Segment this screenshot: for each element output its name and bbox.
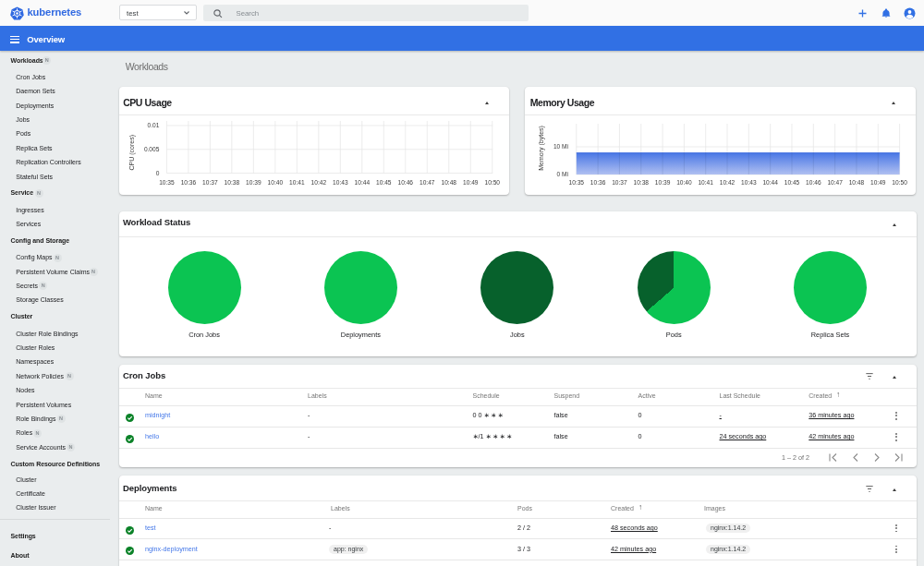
svg-text:10:44: 10:44 — [762, 179, 778, 186]
svg-text:0 Mi: 0 Mi — [557, 171, 569, 177]
svg-text:10 Mi: 10 Mi — [553, 143, 569, 150]
svg-text:10:41: 10:41 — [289, 179, 305, 186]
svg-text:10:48: 10:48 — [441, 179, 456, 186]
svg-text:10:43: 10:43 — [741, 179, 757, 186]
svg-text:10:44: 10:44 — [354, 179, 370, 186]
svg-text:10:40: 10:40 — [267, 179, 283, 186]
svg-text:10:42: 10:42 — [310, 179, 326, 186]
svg-text:CPU (cores): CPU (cores) — [128, 135, 136, 171]
svg-text:10:49: 10:49 — [870, 179, 886, 186]
svg-text:10:46: 10:46 — [397, 179, 413, 186]
svg-text:10:50: 10:50 — [484, 179, 500, 186]
svg-text:10:41: 10:41 — [698, 179, 713, 186]
svg-text:10:39: 10:39 — [655, 179, 671, 186]
svg-text:10:36: 10:36 — [590, 179, 606, 186]
svg-text:10:37: 10:37 — [202, 179, 218, 186]
svg-text:10:38: 10:38 — [224, 179, 239, 186]
svg-text:0.01: 0.01 — [147, 122, 159, 128]
svg-text:10:37: 10:37 — [612, 179, 627, 186]
svg-text:10:35: 10:35 — [569, 179, 585, 186]
svg-text:10:35: 10:35 — [159, 179, 175, 186]
svg-text:Memory (bytes): Memory (bytes) — [538, 126, 545, 171]
svg-text:10:45: 10:45 — [784, 179, 800, 186]
svg-text:10:42: 10:42 — [720, 179, 736, 186]
svg-text:10:46: 10:46 — [806, 179, 821, 186]
svg-text:10:47: 10:47 — [827, 179, 843, 186]
svg-text:10:45: 10:45 — [376, 179, 392, 186]
svg-text:10:49: 10:49 — [463, 179, 479, 186]
svg-text:10:36: 10:36 — [180, 179, 196, 186]
svg-text:10:43: 10:43 — [333, 179, 348, 186]
svg-text:10:48: 10:48 — [849, 179, 865, 186]
svg-text:10:38: 10:38 — [634, 179, 650, 186]
svg-text:10:47: 10:47 — [419, 179, 435, 186]
svg-text:10:40: 10:40 — [676, 179, 692, 186]
svg-text:10:50: 10:50 — [892, 179, 907, 186]
svg-text:0.005: 0.005 — [143, 146, 159, 152]
svg-text:10:39: 10:39 — [246, 179, 261, 186]
svg-text:0: 0 — [155, 170, 159, 176]
